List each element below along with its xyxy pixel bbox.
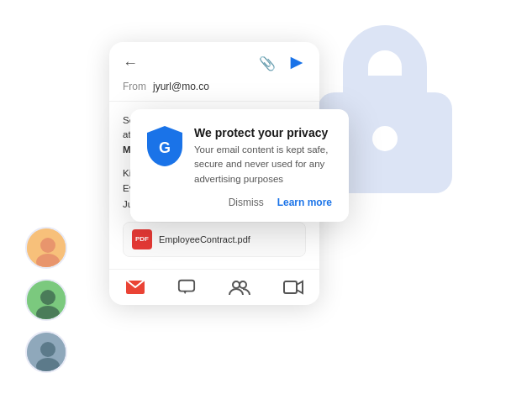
svg-point-1 bbox=[40, 238, 55, 253]
contacts-icon[interactable] bbox=[229, 278, 250, 297]
avatar-list bbox=[25, 227, 67, 373]
email-header: ← 📎 From jyurl@mo.co bbox=[109, 42, 319, 102]
svg-point-4 bbox=[40, 290, 55, 305]
popup-actions: Dismiss Learn more bbox=[147, 197, 332, 208]
g-shield-icon: G bbox=[147, 126, 182, 166]
send-button[interactable] bbox=[287, 54, 306, 72]
from-row: From jyurl@mo.co bbox=[123, 81, 306, 92]
attachment-filename: EmployeeContract.pdf bbox=[159, 233, 250, 247]
svg-text:G: G bbox=[159, 139, 171, 156]
meet-icon[interactable] bbox=[283, 278, 303, 297]
back-button[interactable]: ← bbox=[123, 55, 138, 72]
privacy-popup: G We protect your privacy Your email con… bbox=[130, 109, 349, 222]
learn-more-button[interactable]: Learn more bbox=[277, 197, 332, 208]
email-nav: ← 📎 bbox=[123, 54, 306, 72]
popup-title: We protect your privacy bbox=[194, 126, 332, 139]
avatar-1 bbox=[25, 227, 67, 269]
gmail-icon[interactable] bbox=[126, 278, 145, 297]
scene: ← 📎 From jyurl@mo.co See Just Bloomed em… bbox=[0, 0, 511, 420]
from-email: jyurl@mo.co bbox=[153, 81, 209, 92]
svg-rect-13 bbox=[284, 281, 297, 293]
svg-point-12 bbox=[240, 281, 246, 288]
email-attachment[interactable]: PDF EmployeeContract.pdf bbox=[123, 222, 306, 257]
from-label: From bbox=[123, 81, 146, 92]
svg-point-11 bbox=[233, 281, 240, 288]
avatar-2 bbox=[25, 279, 67, 321]
svg-point-7 bbox=[40, 342, 55, 357]
bottom-nav bbox=[109, 269, 319, 305]
pdf-icon: PDF bbox=[132, 229, 152, 249]
attachment-icon: 📎 bbox=[259, 55, 276, 71]
popup-description: Your email content is kept safe, secure … bbox=[194, 143, 332, 186]
dismiss-button[interactable]: Dismiss bbox=[229, 197, 264, 208]
chat-icon[interactable] bbox=[177, 278, 196, 297]
popup-text-block: We protect your privacy Your email conte… bbox=[194, 126, 332, 186]
avatar-3 bbox=[25, 331, 67, 373]
svg-rect-10 bbox=[178, 281, 193, 291]
email-actions: 📎 bbox=[259, 54, 306, 72]
popup-header: G We protect your privacy Your email con… bbox=[147, 126, 332, 186]
